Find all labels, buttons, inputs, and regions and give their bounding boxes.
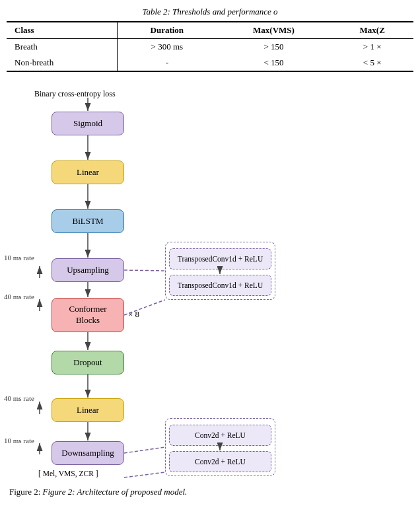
sigmoid-box: Sigmoid: [52, 112, 124, 135]
svg-line-17: [124, 472, 165, 478]
bce-label: Binary cross-entropy loss: [34, 89, 116, 99]
conformer-box: Conformer Blocks: [52, 298, 124, 332]
cell-maxvms: > 150: [217, 39, 332, 55]
rate-10ms-top-label: 10 ms rate: [4, 254, 34, 262]
dropout-box: Dropout: [52, 351, 124, 374]
cell-maxz: < 5 ×: [331, 55, 413, 71]
upsampling-box: Upsampling: [52, 258, 124, 282]
figure-caption: Figure 2: Figure 2: Architecture of prop…: [0, 484, 420, 500]
svg-line-16: [124, 447, 165, 453]
linear-top-box: Linear: [52, 160, 124, 184]
table-caption: Table 2: Thresholds and performance o: [7, 7, 413, 17]
rate-10ms-bot-label: 10 ms rate: [4, 437, 34, 444]
linear-bottom-box: Linear: [52, 398, 124, 422]
cell-maxvms: < 150: [217, 55, 332, 71]
table-section: Table 2: Thresholds and performance o Cl…: [0, 0, 420, 72]
performance-table: Class Duration Max(VMS) Max(Z Breath > 3…: [7, 21, 413, 72]
transposed-conv2-box: TransposedConv1d + ReLU: [169, 275, 271, 296]
bilstm-box: BiLSTM: [52, 209, 124, 233]
transposed-conv1-box: TransposedConv1d + ReLU: [169, 248, 271, 269]
mel-label: [ Mel, VMS, ZCR ]: [38, 470, 98, 478]
architecture-diagram: Binary cross-entropy loss Sigmoid Linear…: [0, 75, 420, 484]
col-maxz: Max(Z: [331, 22, 413, 39]
conv2d-box1: Conv2d + ReLU: [169, 425, 271, 446]
col-duration: Duration: [117, 22, 216, 39]
table-row: Breath > 300 ms > 150 > 1 ×: [7, 39, 413, 55]
cell-duration: -: [117, 55, 216, 71]
rate-40ms-top-label: 40 ms rate: [4, 293, 34, 301]
cell-class: Breath: [7, 39, 117, 55]
table-row: Non-breath - < 150 < 5 ×: [7, 55, 413, 71]
downsampling-box: Downsampling: [52, 441, 124, 465]
rate-40ms-bot-label: 40 ms rate: [4, 394, 34, 402]
col-maxvms: Max(VMS): [217, 22, 332, 39]
cell-maxz: > 1 ×: [331, 39, 413, 55]
conv2d-box2: Conv2d + ReLU: [169, 451, 271, 472]
col-class: Class: [7, 22, 117, 39]
svg-line-13: [124, 270, 165, 271]
cell-duration: > 300 ms: [117, 39, 216, 55]
x8-label: × 8: [128, 309, 139, 320]
cell-class: Non-breath: [7, 55, 117, 71]
